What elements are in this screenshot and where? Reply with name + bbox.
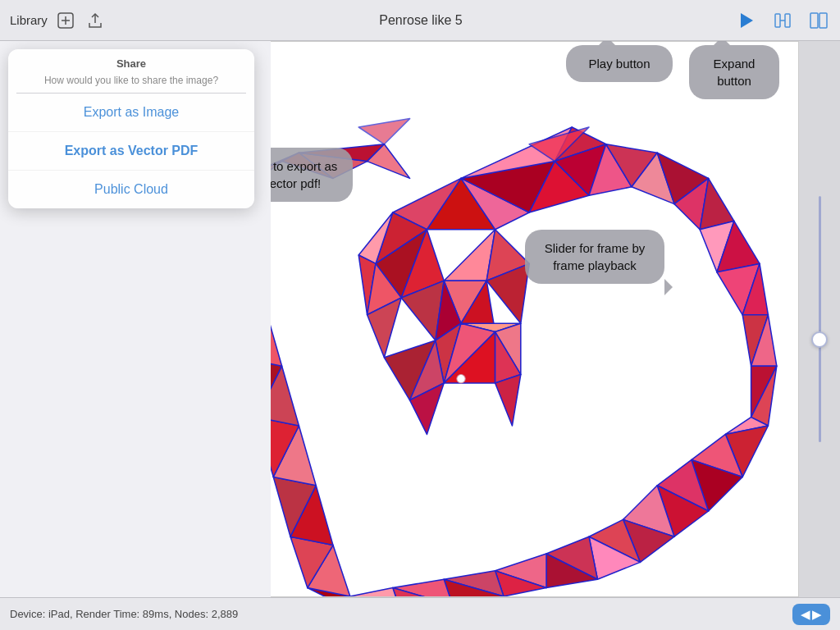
library-label: Library [10,13,48,27]
frame-icon[interactable] [771,9,794,32]
top-bar: Library Penrose like 5 [0,0,840,41]
share-subtitle: How would you like to share the image? [8,73,254,93]
svg-rect-5 [775,14,780,27]
left-panel: Share How would you like to share the im… [0,41,271,597]
svg-rect-8 [810,13,818,28]
next-icon: ▶ [812,607,822,622]
export-image-item[interactable]: Export as Image [8,94,254,132]
share-icon[interactable] [84,9,107,32]
svg-point-99 [457,375,465,383]
right-icons [735,9,830,32]
status-bar: Device: iPad, Render Time: 89ms, Nodes: … [0,597,840,630]
play-button[interactable] [735,9,758,32]
svg-rect-9 [819,13,827,28]
library-icon[interactable] [807,9,830,32]
svg-marker-98 [358,119,409,144]
prev-icon: ◀ [801,607,810,622]
canvas-title: Penrose like 5 [107,13,735,28]
share-dropdown: Share How would you like to share the im… [8,49,254,208]
slider-thumb[interactable] [811,331,828,348]
export-vector-item[interactable]: Export as Vector PDF [8,132,254,171]
svg-marker-96 [495,375,521,426]
svg-marker-4 [741,13,753,28]
slider-track [819,196,821,442]
right-slider [799,41,840,597]
device-info: Device: iPad, Render Time: 89ms, Nodes: … [10,608,238,620]
add-icon[interactable] [54,9,77,32]
play-controls-button[interactable]: ◀ ▶ [792,604,830,625]
public-cloud-item[interactable]: Public Cloud [8,171,254,208]
svg-marker-50 [350,588,401,596]
svg-rect-6 [785,14,790,27]
library-section: Library [10,9,107,32]
share-header: Share [8,49,254,73]
